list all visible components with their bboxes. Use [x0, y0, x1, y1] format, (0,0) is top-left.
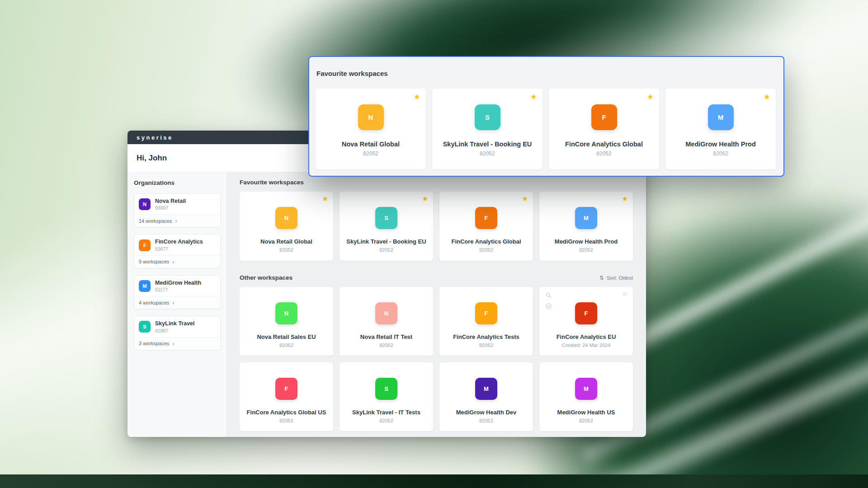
workspace-initial: F [485, 310, 488, 317]
popup-cards-row: ★ N Nova Retail Global 82052 ★ S SkyLink… [316, 89, 777, 169]
workspaces-main: Favourite workspaces ★ N Nova Retail Glo… [227, 172, 646, 437]
greeting-text: Hi, John [137, 154, 167, 163]
workspace-name: MediGrow Health Prod [665, 141, 776, 148]
workspace-initial: M [718, 113, 724, 121]
workspace-card-medigrow-prod[interactable]: ★ M MediGrow Health Prod 82052 [539, 192, 633, 261]
workspace-card-fincore-tests[interactable]: F FinCore Analytics Tests 82052 [439, 287, 533, 356]
org-workspaces-label: 9 workspaces [139, 259, 169, 264]
sort-button[interactable]: ⇅ Sort: Oldest [599, 275, 633, 281]
favourite-star-icon[interactable]: ★ [622, 195, 628, 202]
chevron-right-icon: › [172, 259, 174, 265]
sort-label: Sort: Oldest [607, 275, 633, 281]
workspace-name: FinCore Analytics EU [539, 333, 633, 340]
org-name: Nova Retail [155, 198, 186, 204]
workspace-name: FinCore Analytics Global [549, 141, 659, 148]
workspace-name: SkyLink Travel - Booking EU [432, 141, 542, 148]
workspace-initial: S [384, 215, 388, 221]
popup-card-medigrow-prod[interactable]: ★ M MediGrow Health Prod 82052 [665, 89, 776, 169]
favourite-star-icon[interactable]: ★ [322, 195, 328, 202]
workspace-name: SkyLink Travel - Booking EU [340, 238, 433, 245]
workspace-id: 82052 [439, 418, 533, 423]
workspace-tile: M [575, 378, 597, 400]
chevron-right-icon: › [175, 218, 177, 224]
check-circle-icon[interactable] [545, 303, 552, 310]
workspace-initial: F [585, 310, 588, 317]
popup-card-fincore-global[interactable]: ★ F FinCore Analytics Global 82052 [549, 89, 659, 169]
org-workspaces-link[interactable]: 3 workspaces › [134, 337, 220, 350]
workspace-card-skylink-booking-eu[interactable]: ★ S SkyLink Travel - Booking EU 82052 [340, 192, 433, 261]
chevron-right-icon: › [172, 300, 174, 305]
org-id: 51177 [155, 287, 201, 292]
workspace-initial: S [485, 113, 490, 121]
workspace-name: MediGrow Health Prod [539, 238, 633, 245]
org-workspaces-label: 4 workspaces [139, 300, 169, 305]
favourite-star-icon[interactable]: ★ [764, 93, 770, 101]
favourite-star-icon[interactable]: ★ [414, 93, 420, 101]
workspace-tile: N [275, 207, 297, 229]
org-id: 93007 [155, 205, 186, 211]
workspace-card-skylink-it-tests[interactable]: S SkyLink Travel - IT Tests 82052 [340, 362, 433, 431]
workspace-card-medigrow-dev[interactable]: M MediGrow Health Dev 82052 [439, 362, 533, 431]
workspace-id: 82052 [240, 247, 333, 253]
workspace-initial: F [285, 385, 288, 392]
workspace-id: 82052 [340, 418, 433, 423]
workspace-card-nova-sales-eu[interactable]: N Nova Retail Sales EU 82052 [240, 287, 333, 356]
workspace-name: Nova Retail Global [240, 238, 333, 245]
workspace-initial: N [284, 215, 288, 221]
workspace-card-nova-it-test[interactable]: N Nova Retail IT Test 82052 [340, 287, 433, 356]
workspace-name: Nova Retail Sales EU [240, 333, 333, 340]
workspace-initial: S [384, 385, 388, 392]
workspace-tile: M [475, 378, 497, 400]
workspace-tile: N [358, 104, 384, 130]
org-card-medigrow-health[interactable]: M MediGrow Health 51177 4 workspaces › [134, 275, 221, 309]
background-bottom-strip [0, 474, 868, 488]
org-card-fincore-analytics[interactable]: F FinCore Analytics 53677 9 workspaces › [134, 234, 221, 268]
org-workspaces-link[interactable]: 14 workspaces › [134, 214, 220, 227]
workspace-id: 82052 [439, 343, 533, 348]
workspace-name: MediGrow Health Dev [439, 409, 533, 416]
workspace-card-fincore-global[interactable]: ★ F FinCore Analytics Global 82052 [439, 192, 533, 261]
org-card-skylink-travel[interactable]: S SkyLink Travel 41867 3 workspaces › [134, 316, 221, 350]
popup-card-skylink-booking-eu[interactable]: ★ S SkyLink Travel - Booking EU 82052 [432, 89, 542, 169]
others-section-title: Other workspaces [240, 274, 292, 281]
workspace-tile: M [708, 104, 734, 130]
org-card-nova-retail[interactable]: N Nova Retail 93007 14 workspaces › [134, 193, 221, 227]
org-workspaces-link[interactable]: 9 workspaces › [134, 255, 220, 268]
workspace-tile: N [375, 302, 397, 324]
workspace-card-fincore-global-us[interactable]: F FinCore Analytics Global US 82052 [240, 362, 333, 431]
organizations-sidebar: Organizations N Nova Retail 93007 14 wor… [127, 172, 227, 437]
org-name: FinCore Analytics [155, 239, 203, 245]
workspace-tile: F [475, 302, 497, 324]
workspace-card-nova-retail-global[interactable]: ★ N Nova Retail Global 82052 [240, 192, 333, 261]
workspace-tile: N [275, 302, 297, 324]
org-workspaces-link[interactable]: 4 workspaces › [134, 296, 220, 309]
workspace-id: 82052 [539, 247, 633, 253]
favourite-star-icon[interactable]: ★ [422, 195, 428, 202]
workspace-tile: S [375, 207, 397, 229]
workspace-initial: M [484, 385, 489, 392]
workspace-initial: N [384, 310, 388, 317]
search-icon[interactable] [545, 292, 552, 299]
workspace-name: FinCore Analytics Tests [439, 333, 533, 340]
org-initial: N [143, 202, 146, 207]
favourites-section-title: Favourite workspaces [240, 179, 633, 186]
org-avatar: N [139, 198, 151, 210]
popup-card-nova-retail-global[interactable]: ★ N Nova Retail Global 82052 [316, 89, 426, 169]
workspace-id: 82052 [240, 343, 333, 348]
favourite-star-outline-icon[interactable]: ☆ [622, 291, 628, 297]
org-initial: M [142, 283, 146, 289]
org-workspaces-label: 14 workspaces [139, 218, 172, 224]
workspace-card-medigrow-us[interactable]: M MediGrow Health US 82052 [539, 362, 633, 431]
workspace-tile: S [475, 104, 500, 130]
favourite-star-icon[interactable]: ★ [522, 195, 528, 202]
org-avatar: M [139, 280, 151, 292]
org-workspaces-label: 3 workspaces [139, 341, 169, 346]
workspace-card-fincore-eu[interactable]: ☆ F FinCore Analytics EU Created: 24 Mar… [539, 287, 633, 356]
workspace-tile: M [575, 207, 597, 229]
chevron-right-icon: › [172, 341, 174, 347]
favourites-preview-popup: Favourite workspaces ★ N Nova Retail Glo… [308, 56, 784, 177]
org-name: MediGrow Health [155, 280, 201, 286]
organizations-title: Organizations [134, 179, 221, 186]
favourite-star-icon[interactable]: ★ [647, 93, 654, 101]
favourite-star-icon[interactable]: ★ [530, 93, 537, 101]
